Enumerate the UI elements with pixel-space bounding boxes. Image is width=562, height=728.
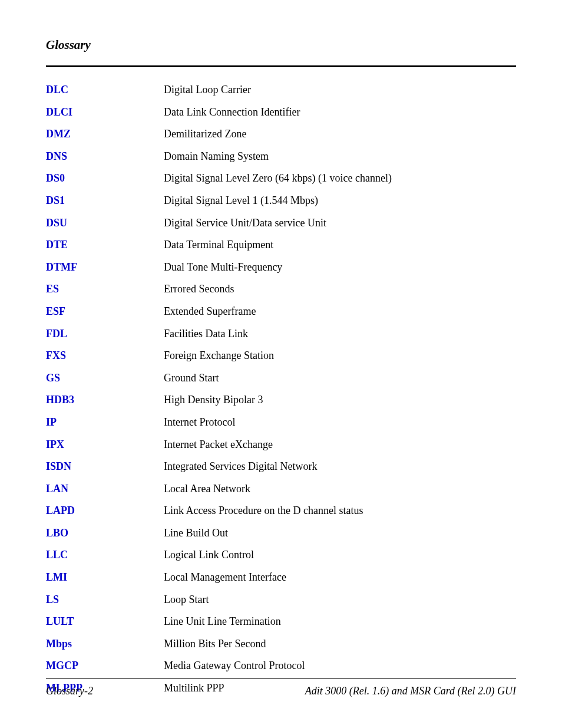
glossary-definition: Media Gateway Control Protocol	[164, 660, 516, 673]
glossary-entry: LBOLine Build Out	[46, 527, 516, 540]
glossary-definition: Link Access Procedure on the D channel s…	[164, 505, 516, 518]
glossary-entry: DLCIData Link Connection Identifier	[46, 106, 516, 119]
glossary-term: LS	[46, 594, 164, 607]
glossary-term: IPX	[46, 439, 164, 452]
glossary-definition: Ground Start	[164, 372, 516, 385]
glossary-definition: Digital Signal Level Zero (64 kbps) (1 v…	[164, 172, 516, 185]
glossary-definition: Extended Superframe	[164, 305, 516, 318]
glossary-term: HDB3	[46, 394, 164, 407]
glossary-entry: DS1Digital Signal Level 1 (1.544 Mbps)	[46, 195, 516, 207]
glossary-term: DTMF	[46, 261, 164, 274]
glossary-definition: Demilitarized Zone	[164, 128, 516, 141]
glossary-entry: ISDNIntegrated Services Digital Network	[46, 460, 516, 473]
glossary-entry: LAPDLink Access Procedure on the D chann…	[46, 505, 516, 518]
glossary-entry: LMILocal Management Interface	[46, 571, 516, 584]
glossary-definition: Line Build Out	[164, 527, 516, 540]
glossary-term: DSU	[46, 217, 164, 230]
glossary-entry: IPInternet Protocol	[46, 416, 516, 429]
glossary-definition: Line Unit Line Termination	[164, 615, 516, 628]
glossary-term: DNS	[46, 150, 164, 163]
glossary-entry: DTMFDual Tone Multi-Frequency	[46, 261, 516, 274]
glossary-term: DS1	[46, 195, 164, 207]
glossary-term: ISDN	[46, 460, 164, 473]
glossary-entry: MGCPMedia Gateway Control Protocol	[46, 660, 516, 673]
glossary-entry: ESFExtended Superframe	[46, 305, 516, 318]
glossary-entry: HDB3High Density Bipolar 3	[46, 394, 516, 407]
glossary-term: LLC	[46, 549, 164, 562]
glossary-entry: GSGround Start	[46, 372, 516, 385]
glossary-entry: LLCLogical Link Control	[46, 549, 516, 562]
glossary-definition: Data Link Connection Identifier	[164, 106, 516, 119]
glossary-definition: Digital Loop Carrier	[164, 84, 516, 97]
footer-rule	[46, 678, 516, 679]
glossary-term: FDL	[46, 328, 164, 341]
glossary-entry: DS0Digital Signal Level Zero (64 kbps) (…	[46, 172, 516, 185]
glossary-entry: DTEData Terminal Equipment	[46, 239, 516, 252]
glossary-entry: MbpsMillion Bits Per Second	[46, 638, 516, 651]
glossary-entry: DMZDemilitarized Zone	[46, 128, 516, 141]
glossary-term: LULT	[46, 615, 164, 628]
glossary-term: DLCI	[46, 106, 164, 119]
glossary-term: Mbps	[46, 638, 164, 651]
glossary-definition: Digital Service Unit/Data service Unit	[164, 217, 516, 230]
glossary-entry: LANLocal Area Network	[46, 483, 516, 496]
footer-left: Glossary-2	[46, 685, 93, 697]
glossary-entry: LULTLine Unit Line Termination	[46, 615, 516, 628]
glossary-entry: DLCDigital Loop Carrier	[46, 84, 516, 97]
glossary-definition: Loop Start	[164, 594, 516, 607]
glossary-definition: Logical Link Control	[164, 549, 516, 562]
glossary-definition: High Density Bipolar 3	[164, 394, 516, 407]
glossary-term: DMZ	[46, 128, 164, 141]
glossary-term: ESF	[46, 305, 164, 318]
section-title: Glossary	[46, 38, 516, 52]
glossary-entry: LSLoop Start	[46, 594, 516, 607]
glossary-entry: DNSDomain Naming System	[46, 150, 516, 163]
page: Glossary DLCDigital Loop CarrierDLCIData…	[0, 0, 562, 728]
footer-right: Adit 3000 (Rel. 1.6) and MSR Card (Rel 2…	[305, 685, 516, 697]
footer-line: Glossary-2 Adit 3000 (Rel. 1.6) and MSR …	[46, 685, 516, 697]
glossary-definition: Local Area Network	[164, 483, 516, 496]
glossary-entry: ESErrored Seconds	[46, 283, 516, 296]
glossary-entry: FDLFacilities Data Link	[46, 328, 516, 341]
glossary-term: DTE	[46, 239, 164, 252]
glossary-term: LBO	[46, 527, 164, 540]
glossary-term: LAN	[46, 483, 164, 496]
glossary-definition: Domain Naming System	[164, 150, 516, 163]
glossary-definition: Facilities Data Link	[164, 328, 516, 341]
glossary-entry: IPXInternet Packet eXchange	[46, 439, 516, 452]
glossary-term: ES	[46, 283, 164, 296]
glossary-entry: FXSForeign Exchange Station	[46, 350, 516, 363]
glossary-term: IP	[46, 416, 164, 429]
page-footer: Glossary-2 Adit 3000 (Rel. 1.6) and MSR …	[46, 678, 516, 697]
header-rule	[46, 65, 516, 67]
glossary-term: DS0	[46, 172, 164, 185]
glossary-definition: Internet Protocol	[164, 416, 516, 429]
glossary-definition: Internet Packet eXchange	[164, 439, 516, 452]
glossary-term: MGCP	[46, 660, 164, 673]
glossary-definition: Local Management Interface	[164, 571, 516, 584]
glossary-definition: Integrated Services Digital Network	[164, 460, 516, 473]
glossary-entry: DSUDigital Service Unit/Data service Uni…	[46, 217, 516, 230]
glossary-definition: Million Bits Per Second	[164, 638, 516, 651]
glossary-term: LAPD	[46, 505, 164, 518]
glossary-term: FXS	[46, 350, 164, 363]
glossary-definition: Dual Tone Multi-Frequency	[164, 261, 516, 274]
glossary-term: LMI	[46, 571, 164, 584]
glossary-term: DLC	[46, 84, 164, 97]
glossary-definition: Digital Signal Level 1 (1.544 Mbps)	[164, 195, 516, 207]
glossary-definition: Data Terminal Equipment	[164, 239, 516, 252]
glossary-list: DLCDigital Loop CarrierDLCIData Link Con…	[46, 84, 516, 695]
glossary-term: GS	[46, 372, 164, 385]
glossary-definition: Errored Seconds	[164, 283, 516, 296]
glossary-definition: Foreign Exchange Station	[164, 350, 516, 363]
